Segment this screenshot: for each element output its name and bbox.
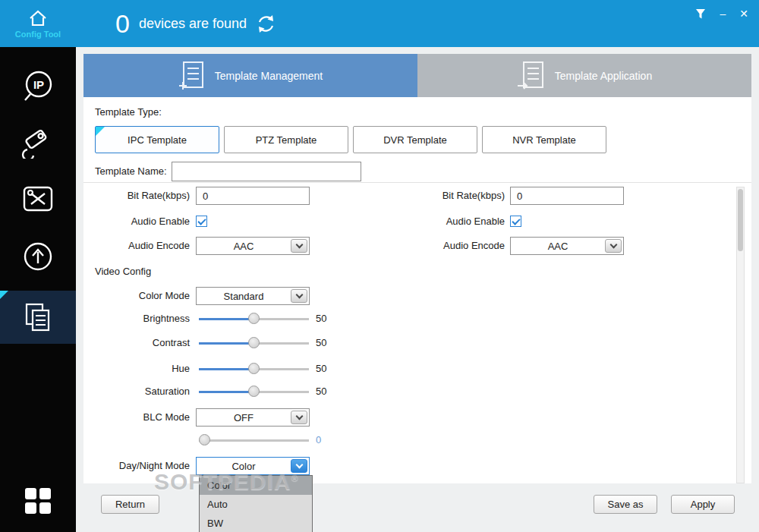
- watermark-reg: ®: [291, 473, 299, 483]
- color-mode-dropdown[interactable]: Standard: [196, 287, 310, 305]
- brightness-label: Brightness: [83, 313, 190, 325]
- brightness-slider[interactable]: [199, 313, 309, 325]
- sidebar-item-device-config[interactable]: [0, 120, 76, 162]
- brightness-value: 50: [316, 313, 326, 325]
- sidebar-item-maintenance[interactable]: [0, 178, 76, 220]
- color-mode-value: Standard: [197, 288, 291, 304]
- blc-mode-label: BLC Mode: [83, 408, 190, 427]
- type-button-label: PTZ Template: [256, 134, 317, 146]
- contrast-value: 50: [316, 337, 326, 349]
- slider-fill: [199, 318, 254, 320]
- audio-encode-value-left: AAC: [197, 238, 291, 254]
- audio-enable-checkbox-left[interactable]: [196, 216, 207, 227]
- document-plus-icon: [178, 61, 204, 91]
- svg-text:IP: IP: [33, 78, 44, 91]
- close-button[interactable]: ✕: [739, 8, 748, 20]
- chevron-down-icon: [605, 239, 622, 253]
- audio-encode-dropdown-left[interactable]: AAC: [196, 237, 310, 255]
- scrollbar-thumb[interactable]: [738, 189, 743, 251]
- blc-mode-value: OFF: [197, 409, 291, 426]
- tab-template-management[interactable]: Template Management: [83, 54, 417, 97]
- bit-rate-input-right[interactable]: [510, 187, 624, 205]
- saturation-label: Saturation: [83, 386, 190, 398]
- minimize-button[interactable]: –: [720, 8, 726, 20]
- slider-thumb[interactable]: [248, 386, 260, 397]
- option-bw[interactable]: BW: [200, 514, 312, 532]
- hue-label: Hue: [83, 363, 190, 375]
- blc-level-slider[interactable]: [199, 434, 309, 446]
- audio-enable-label-right: Audio Enable: [410, 212, 505, 231]
- type-button-ipc[interactable]: IPC Template: [95, 126, 219, 153]
- template-icon: [20, 300, 55, 335]
- watermark: SOFTPEDIA®: [154, 469, 299, 495]
- sidebar-item-apps[interactable]: [0, 480, 76, 522]
- tab-template-application[interactable]: Template Application: [417, 54, 751, 97]
- ptz-camera-icon: [20, 124, 55, 159]
- option-auto[interactable]: Auto: [200, 495, 312, 514]
- hue-value: 50: [316, 363, 326, 375]
- watermark-text: SOFTPEDIA: [154, 469, 291, 494]
- title-bar: Config Tool 0 devices are found – ✕: [0, 0, 759, 47]
- audio-enable-label-left: Audio Enable: [83, 212, 190, 231]
- type-button-label: DVR Template: [383, 134, 447, 146]
- type-button-dvr[interactable]: DVR Template: [353, 126, 477, 153]
- slider-thumb[interactable]: [248, 313, 260, 324]
- slider-thumb[interactable]: [248, 363, 260, 374]
- main-area: Template Management Template Application…: [76, 47, 759, 532]
- audio-enable-checkbox-right[interactable]: [510, 216, 521, 227]
- tab-label: Template Application: [555, 70, 652, 82]
- sidebar-item-template[interactable]: [0, 291, 76, 344]
- sidebar-item-upgrade[interactable]: [0, 235, 76, 278]
- tab-bar: Template Management Template Application: [83, 54, 751, 97]
- blc-mode-dropdown[interactable]: OFF: [196, 408, 310, 427]
- slider-fill: [199, 391, 254, 393]
- audio-encode-value-right: AAC: [511, 238, 605, 254]
- blc-level-value: 0: [316, 434, 321, 446]
- house-icon: [28, 9, 48, 27]
- template-name-input[interactable]: [172, 162, 361, 181]
- color-mode-label: Color Mode: [83, 287, 190, 305]
- app-logo: Config Tool: [0, 0, 76, 47]
- sidebar: IP: [0, 47, 76, 532]
- apply-button[interactable]: Apply: [671, 495, 735, 514]
- slider-fill: [199, 342, 254, 345]
- slider-thumb[interactable]: [199, 434, 210, 445]
- slider-thumb[interactable]: [248, 337, 260, 348]
- template-panel: Template Type: IPC Template PTZ Template…: [83, 97, 751, 483]
- bit-rate-input-left[interactable]: [196, 187, 310, 205]
- chevron-down-icon: [291, 411, 307, 424]
- maintenance-icon: [20, 181, 55, 216]
- filter-icon[interactable]: [695, 8, 706, 20]
- device-count: 0: [115, 9, 130, 39]
- contrast-slider[interactable]: [199, 337, 309, 349]
- tab-label: Template Management: [215, 70, 323, 82]
- chevron-down-icon: [291, 239, 307, 253]
- upgrade-icon: [20, 239, 55, 274]
- document-arrow-icon: [517, 61, 544, 91]
- refresh-icon[interactable]: [256, 14, 276, 34]
- slider-fill: [199, 368, 254, 370]
- bit-rate-label-right: Bit Rate(kbps): [410, 187, 505, 205]
- save-as-button[interactable]: Save as: [594, 495, 657, 514]
- ip-device-icon: IP: [20, 69, 55, 104]
- type-button-ptz[interactable]: PTZ Template: [224, 126, 348, 153]
- type-button-nvr[interactable]: NVR Template: [482, 126, 606, 153]
- hue-slider[interactable]: [199, 363, 309, 375]
- audio-encode-dropdown-right[interactable]: AAC: [510, 237, 624, 255]
- audio-encode-label-left: Audio Encode: [83, 237, 190, 255]
- chevron-down-icon: [291, 289, 307, 303]
- config-tool-window: Config Tool 0 devices are found – ✕ IP: [0, 0, 759, 532]
- video-config-section-label: Video Config: [95, 263, 151, 281]
- return-button[interactable]: Return: [101, 495, 159, 514]
- template-type-label: Template Type:: [95, 103, 162, 121]
- template-name-label: Template Name:: [95, 162, 167, 181]
- sidebar-item-ip[interactable]: IP: [0, 65, 76, 108]
- saturation-value: 50: [316, 386, 326, 398]
- saturation-slider[interactable]: [199, 386, 309, 398]
- contrast-label: Contrast: [83, 337, 190, 349]
- app-title: Config Tool: [15, 30, 61, 39]
- type-button-label: IPC Template: [128, 134, 187, 146]
- bit-rate-label-left: Bit Rate(kbps): [83, 187, 190, 205]
- apps-grid-icon: [21, 484, 55, 518]
- form-scrollbar[interactable]: [736, 187, 745, 483]
